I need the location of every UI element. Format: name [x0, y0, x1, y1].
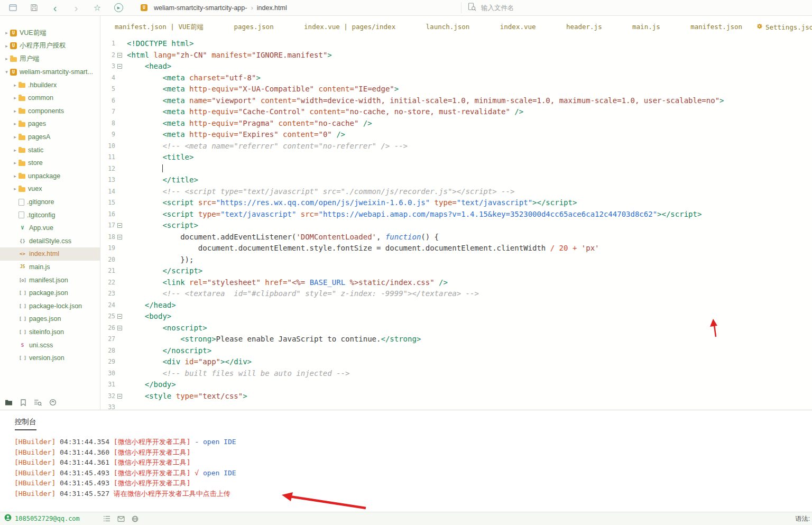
- chevron-right-icon[interactable]: ▸: [12, 148, 19, 153]
- code-line[interactable]: 30 <!-- built files will be auto injecte…: [101, 368, 812, 380]
- code-line[interactable]: 14 <!-- <script type="text/javascript" s…: [101, 186, 812, 198]
- tree-item[interactable]: ▸static: [0, 143, 100, 156]
- tree-item[interactable]: ▸U小程序用户授权: [0, 40, 100, 53]
- tree-item[interactable]: ▸.hbuilderx: [0, 78, 100, 91]
- code-line[interactable]: 5 <meta http-equiv="X-UA-Compatible" con…: [101, 84, 812, 95]
- files-panel-icon[interactable]: [5, 399, 13, 406]
- chevron-right-icon[interactable]: ▸: [3, 30, 10, 35]
- fold-marker-icon[interactable]: [115, 50, 124, 61]
- fold-marker-icon[interactable]: [115, 220, 124, 232]
- chevron-right-icon[interactable]: ▸: [12, 186, 19, 191]
- code-line[interactable]: 19 document.documentElement.style.fontSi…: [101, 243, 812, 254]
- tree-item[interactable]: ▸common: [0, 91, 100, 105]
- code-line[interactable]: 20 });: [101, 254, 812, 266]
- chevron-right-icon[interactable]: ▸: [12, 121, 19, 126]
- code-line[interactable]: 10 <!-- <meta name="referrer" content="n…: [101, 141, 812, 152]
- code-line[interactable]: 15 <script src="https://res.wx.qq.com/op…: [101, 197, 812, 209]
- code-line[interactable]: 27 <strong>Please enable JavaScript to c…: [101, 334, 812, 345]
- chevron-right-icon[interactable]: ▸: [12, 82, 19, 88]
- editor-tab[interactable]: index.vue: [500, 23, 536, 32]
- code-line[interactable]: 2<html lang="zh-CN" manifest="IGNORE.man…: [101, 50, 812, 61]
- code-line[interactable]: 26 <noscript>: [101, 323, 812, 334]
- code-line[interactable]: 24 </head>: [101, 300, 812, 311]
- list-icon[interactable]: [103, 515, 110, 522]
- code-line[interactable]: 9 <meta http-equiv="Expires" content="0"…: [101, 129, 812, 141]
- tree-item[interactable]: JSmain.js: [0, 261, 100, 274]
- code-line[interactable]: 11 <title>: [101, 152, 812, 163]
- code-line[interactable]: 18 document.addEventListener('DOMContent…: [101, 232, 812, 243]
- editor-tab[interactable]: pages.json: [234, 23, 273, 32]
- tree-item[interactable]: ▸vuex: [0, 182, 100, 196]
- code-line[interactable]: 12: [101, 163, 812, 175]
- editor-tab[interactable]: index.vue | pages/index: [304, 23, 395, 32]
- tree-item[interactable]: ▸store: [0, 156, 100, 170]
- tree-item[interactable]: [o]manifest.json: [0, 273, 100, 287]
- chevron-right-icon[interactable]: ▸: [12, 134, 19, 140]
- tree-item[interactable]: VApp.vue: [0, 222, 100, 235]
- code-line[interactable]: 28 </noscript>: [101, 345, 812, 357]
- tree-item[interactable]: [ ]package.json: [0, 287, 100, 300]
- code-line[interactable]: 8 <meta http-equiv="Pragma" content="no-…: [101, 118, 812, 130]
- code-line[interactable]: 32 <style type="text/css">: [101, 391, 812, 402]
- code-line[interactable]: 29 <div id="app"></div>: [101, 356, 812, 368]
- mail-icon[interactable]: [117, 516, 125, 522]
- tree-item[interactable]: [ ]package-lock.json: [0, 299, 100, 312]
- search-panel-icon[interactable]: [34, 399, 42, 406]
- code-line[interactable]: 23 <!-- <textarea id="#clipboard" style=…: [101, 288, 812, 300]
- code-line[interactable]: 33: [101, 402, 812, 410]
- back-icon[interactable]: ‹: [49, 2, 61, 14]
- code-line[interactable]: 4 <meta charset="utf-8">: [101, 72, 812, 84]
- editor-tab[interactable]: manifest.json | VUE前端: [115, 23, 204, 32]
- forward-icon[interactable]: ›: [70, 2, 82, 14]
- bookmark-icon[interactable]: [20, 399, 26, 406]
- link-icon[interactable]: [132, 515, 139, 522]
- save-icon[interactable]: [27, 2, 40, 14]
- chevron-right-icon[interactable]: ▸: [3, 56, 10, 61]
- tree-item[interactable]: [ ]pages.json: [0, 312, 100, 326]
- tree-item[interactable]: .tgitconfig: [0, 208, 100, 222]
- chevron-right-icon[interactable]: ▸: [12, 95, 19, 100]
- tree-item[interactable]: ▸pagesA: [0, 131, 100, 144]
- fold-marker-icon[interactable]: [115, 323, 124, 334]
- code-line[interactable]: 6 <meta name="viewport" content="width=d…: [101, 95, 812, 107]
- account-email[interactable]: 1085052729@qq.com: [15, 515, 80, 522]
- tree-item[interactable]: [ ]version.json: [0, 352, 100, 365]
- tree-item[interactable]: Suni.scss: [0, 338, 100, 352]
- console-tab[interactable]: 控制台: [15, 417, 36, 430]
- code-line[interactable]: 1<!DOCTYPE html>: [101, 38, 812, 50]
- editor-tab[interactable]: header.js: [566, 23, 602, 32]
- tree-item[interactable]: <>index.html: [0, 247, 100, 261]
- code-line[interactable]: 17 <script>: [101, 220, 812, 232]
- window-icon[interactable]: [6, 2, 19, 14]
- breadcrumb-project[interactable]: weliam-smartcity-smartcity-app-: [154, 4, 247, 12]
- tree-item[interactable]: ▸UVUE前端: [0, 26, 100, 40]
- code-line[interactable]: 13 </title>: [101, 174, 812, 186]
- tree-item[interactable]: .gitignore: [0, 196, 100, 209]
- chevron-right-icon[interactable]: ▸: [12, 160, 19, 165]
- fold-marker-icon[interactable]: [115, 232, 124, 243]
- code-line[interactable]: 21 </script>: [101, 265, 812, 277]
- code-line[interactable]: 22 <link rel="stylesheet" href="<%= BASE…: [101, 277, 812, 289]
- code-line[interactable]: 31 </body>: [101, 379, 812, 391]
- tree-item[interactable]: ▸pages: [0, 117, 100, 131]
- editor-tab[interactable]: main.js: [632, 23, 660, 32]
- fold-marker-icon[interactable]: [115, 391, 124, 402]
- chevron-right-icon[interactable]: ▸: [3, 43, 10, 49]
- code-line[interactable]: 7 <meta http-equiv="Cache-Control" conte…: [101, 106, 812, 118]
- editor-tab[interactable]: manifest.json: [690, 23, 742, 32]
- chevron-down-icon[interactable]: ▾: [3, 69, 10, 75]
- chevron-right-icon[interactable]: ▸: [12, 108, 19, 114]
- code-line[interactable]: 25 <body>: [101, 311, 812, 323]
- syntax-label[interactable]: 语法:: [796, 514, 810, 523]
- tree-item[interactable]: ▸unpackage: [0, 170, 100, 183]
- editor[interactable]: 1<!DOCTYPE html>2<html lang="zh-CN" mani…: [101, 38, 812, 410]
- tree-item[interactable]: ▸用户端: [0, 52, 100, 66]
- editor-tab[interactable]: launch.json: [426, 23, 470, 32]
- tree-item[interactable]: ▸components: [0, 105, 100, 118]
- account-icon[interactable]: [4, 514, 12, 523]
- code-line[interactable]: 16 <script type="text/javascript" src="h…: [101, 209, 812, 220]
- fold-marker-icon[interactable]: [115, 61, 124, 72]
- breadcrumb-file[interactable]: index.html: [257, 4, 287, 12]
- tree-item[interactable]: {}detailStyle.css: [0, 235, 100, 248]
- run-icon[interactable]: ▶: [112, 2, 125, 14]
